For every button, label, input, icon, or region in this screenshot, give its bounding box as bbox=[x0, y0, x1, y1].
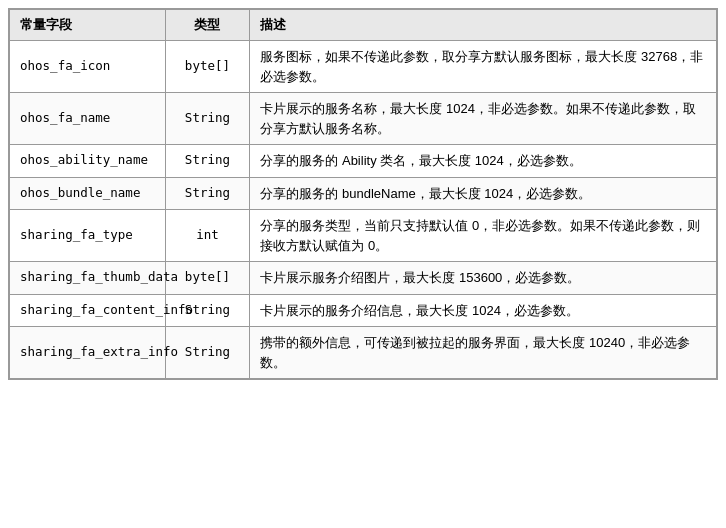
table-row: ohos_fa_nameString卡片展示的服务名称，最大长度 1024，非必… bbox=[10, 93, 717, 145]
cell-field: ohos_ability_name bbox=[10, 145, 166, 178]
table-row: sharing_fa_extra_infoString携带的额外信息，可传递到被… bbox=[10, 327, 717, 379]
cell-desc: 卡片展示的服务介绍信息，最大长度 1024，必选参数。 bbox=[250, 294, 717, 327]
cell-desc: 分享的服务的 bundleName，最大长度 1024，必选参数。 bbox=[250, 177, 717, 210]
table-row: sharing_fa_typeint分享的服务类型，当前只支持默认值 0，非必选… bbox=[10, 210, 717, 262]
header-desc: 描述 bbox=[250, 10, 717, 41]
table-row: ohos_ability_nameString分享的服务的 Ability 类名… bbox=[10, 145, 717, 178]
cell-field: sharing_fa_type bbox=[10, 210, 166, 262]
table-row: ohos_fa_iconbyte[]服务图标，如果不传递此参数，取分享方默认服务… bbox=[10, 41, 717, 93]
cell-desc: 卡片展示的服务名称，最大长度 1024，非必选参数。如果不传递此参数，取分享方默… bbox=[250, 93, 717, 145]
cell-field: sharing_fa_extra_info bbox=[10, 327, 166, 379]
cell-field: sharing_fa_content_info bbox=[10, 294, 166, 327]
cell-field: ohos_fa_icon bbox=[10, 41, 166, 93]
header-field: 常量字段 bbox=[10, 10, 166, 41]
cell-field: ohos_bundle_name bbox=[10, 177, 166, 210]
table-row: sharing_fa_thumb_databyte[]卡片展示服务介绍图片，最大… bbox=[10, 262, 717, 295]
cell-type: int bbox=[165, 210, 250, 262]
cell-desc: 卡片展示服务介绍图片，最大长度 153600，必选参数。 bbox=[250, 262, 717, 295]
cell-type: byte[] bbox=[165, 41, 250, 93]
header-type: 类型 bbox=[165, 10, 250, 41]
cell-type: String bbox=[165, 145, 250, 178]
data-table: 常量字段 类型 描述 ohos_fa_iconbyte[]服务图标，如果不传递此… bbox=[8, 8, 718, 380]
table-header-row: 常量字段 类型 描述 bbox=[10, 10, 717, 41]
cell-type: String bbox=[165, 93, 250, 145]
cell-desc: 携带的额外信息，可传递到被拉起的服务界面，最大长度 10240，非必选参数。 bbox=[250, 327, 717, 379]
table-row: ohos_bundle_nameString分享的服务的 bundleName，… bbox=[10, 177, 717, 210]
cell-field: sharing_fa_thumb_data bbox=[10, 262, 166, 295]
cell-desc: 分享的服务的 Ability 类名，最大长度 1024，必选参数。 bbox=[250, 145, 717, 178]
cell-field: ohos_fa_name bbox=[10, 93, 166, 145]
table-row: sharing_fa_content_infoString卡片展示的服务介绍信息… bbox=[10, 294, 717, 327]
cell-desc: 服务图标，如果不传递此参数，取分享方默认服务图标，最大长度 32768，非必选参… bbox=[250, 41, 717, 93]
cell-type: String bbox=[165, 177, 250, 210]
cell-desc: 分享的服务类型，当前只支持默认值 0，非必选参数。如果不传递此参数，则接收方默认… bbox=[250, 210, 717, 262]
